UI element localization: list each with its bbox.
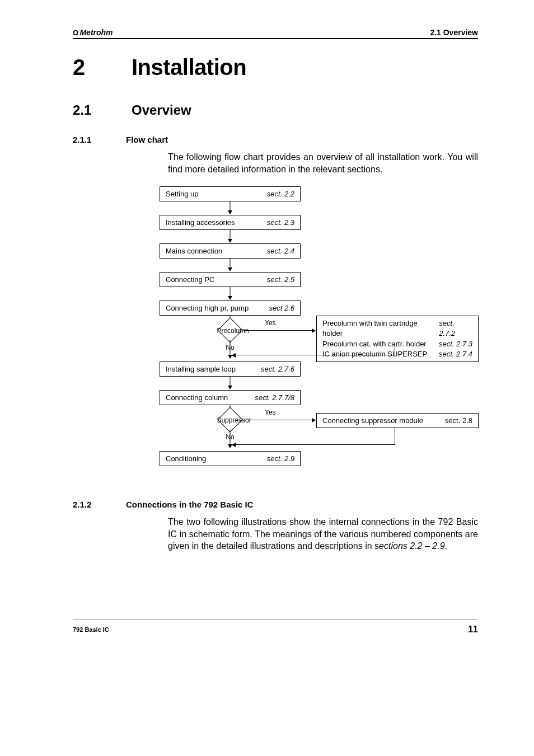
subsection-number: 2.1.2 (73, 500, 126, 509)
flow-box: Installing sample loop sect. 2.7.6 (160, 361, 301, 377)
body-text-part: . (445, 541, 447, 551)
flow-box: Mains connection sect. 2.4 (160, 243, 301, 259)
flow-box: Setting up sect. 2.2 (160, 186, 301, 201)
flow-box: Connecting column sect. 2.7.7/8 (160, 390, 301, 405)
suppressor-box: Connecting suppressor module sect. 2.8 (316, 413, 479, 428)
page-number: 11 (468, 624, 478, 635)
arrow-right-icon (243, 420, 315, 420)
chapter-title: 2Installation (73, 55, 478, 80)
yes-label: Yes (265, 408, 276, 416)
flow-box: Installing accessories sect. 2.3 (160, 215, 301, 230)
arrow-down-icon (160, 259, 301, 272)
connector-line (395, 428, 395, 444)
side-sect: sect. 2.7.4 (439, 349, 472, 359)
arrow-right-icon (243, 330, 315, 331)
body-text-italic: ections 2.2 – 2.9 (379, 541, 444, 551)
flow-box: Connecting high pr. pump sect 2.6 (160, 300, 301, 316)
flow-label: Connecting column (166, 393, 228, 402)
header-section-label: 2.1 Overview (430, 28, 478, 37)
decision-label: Precolumn (217, 327, 245, 335)
flow-label: Setting up (166, 190, 199, 198)
section-212-body: The two following illustrations show the… (168, 516, 478, 552)
flow-sect: sect. 2.7.6 (261, 365, 294, 373)
flow-sect: sect. 2.4 (267, 247, 294, 255)
section-number: 2.1 (73, 102, 132, 118)
arrow-left-icon (232, 355, 395, 355)
flow-sect: sect. 2.5 (267, 275, 294, 284)
page-header: Ω Metrohm 2.1 Overview (73, 28, 478, 39)
subsection-title: Connections in the 792 Basic IC (126, 500, 254, 509)
omega-icon: Ω (73, 29, 78, 37)
flow-label: Connecting high pr. pump (166, 304, 249, 312)
flow-sect: sect. 2.3 (267, 218, 294, 227)
subsection-212: 2.1.2 Connections in the 792 Basic IC (73, 500, 478, 509)
side-label: Precolumn cat. with cartr. holder (322, 339, 427, 349)
arrow-left-icon (232, 444, 395, 445)
arrow-down-icon (160, 230, 301, 243)
footer-product: 792 Basic IC (73, 626, 109, 633)
chapter-number: 2 (73, 55, 132, 80)
side-label: Connecting suppressor module (322, 416, 423, 425)
yes-label: Yes (265, 319, 276, 327)
side-label: Precolumn with twin cartridge holder (322, 318, 439, 339)
flow-sect: sect. 2.9 (267, 454, 294, 463)
logo-text: Metrohm (79, 28, 113, 37)
flow-side-row: Precolumn with twin cartridge holder sec… (322, 318, 472, 339)
connector-line (395, 347, 395, 355)
section-name: Overview (132, 102, 191, 118)
side-label: IC anion precolumn SUPERSEP (322, 349, 427, 359)
arrow-down-icon (160, 377, 301, 390)
decision-precolumn: Precolumn Yes No Precolumn with twin car… (160, 316, 301, 361)
section-211-body: The following flow chart provides an ove… (168, 151, 478, 175)
flowchart: Setting up sect. 2.2 Installing accessor… (160, 186, 478, 466)
side-sect: sect. 2.7.3 (439, 339, 472, 349)
logo: Ω Metrohm (73, 28, 113, 37)
diamond-icon: Precolumn (221, 321, 239, 339)
chapter-name: Installation (132, 55, 246, 79)
flow-label: Connecting PC (166, 275, 214, 284)
flow-side-row: Precolumn cat. with cartr. holder sect. … (322, 339, 472, 349)
flow-label: Conditioning (166, 454, 206, 463)
flow-sect: sect 2.6 (269, 304, 294, 312)
arrow-down-icon (160, 287, 301, 300)
decision-label: Suppressor (217, 417, 245, 425)
decision-suppressor: Suppressor Yes No Connecting suppressor … (160, 405, 301, 451)
arrow-down-icon (160, 201, 301, 215)
section-title: 2.1Overview (73, 102, 478, 118)
flow-label: Installing accessories (166, 218, 235, 227)
page-footer: 792 Basic IC 11 (73, 619, 478, 635)
side-sect: sect. 2.7.2 (439, 318, 472, 339)
flow-side-row: IC anion precolumn SUPERSEP sect. 2.7.4 (322, 349, 472, 359)
flow-sect: sect. 2.7.7/8 (255, 393, 294, 402)
diamond-icon: Suppressor (221, 411, 239, 429)
subsection-number: 2.1.1 (73, 135, 126, 144)
flow-box: Conditioning sect. 2.9 (160, 451, 301, 466)
flow-sect: sect. 2.2 (267, 190, 294, 198)
flow-label: Mains connection (166, 247, 222, 255)
side-sect: sect. 2.8 (445, 416, 472, 425)
subsection-211: 2.1.1 Flow chart (73, 135, 478, 144)
flow-label: Installing sample loop (166, 365, 236, 373)
subsection-title: Flow chart (126, 135, 168, 144)
flow-box: Connecting PC sect. 2.5 (160, 272, 301, 287)
